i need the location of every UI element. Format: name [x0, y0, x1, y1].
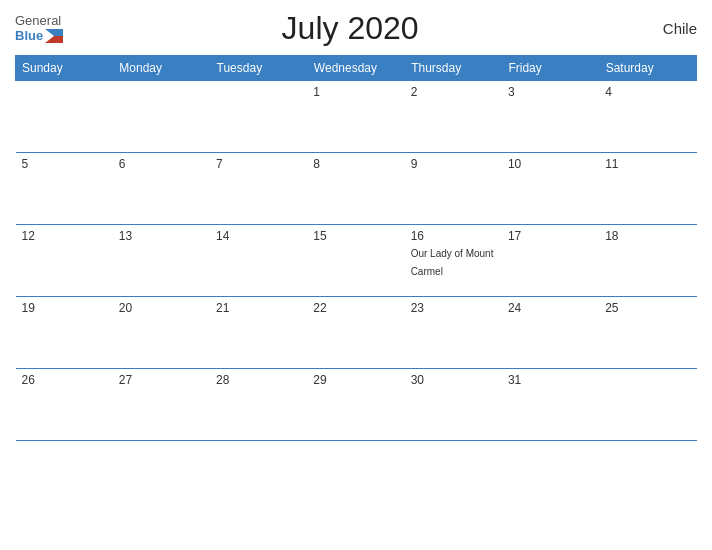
- country-label: Chile: [637, 20, 697, 37]
- calendar-cell: 14: [210, 225, 307, 297]
- calendar-cell: 25: [599, 297, 696, 369]
- day-number: 3: [508, 85, 593, 99]
- header-thursday: Thursday: [405, 56, 502, 81]
- calendar-week-row: 1213141516Our Lady of Mount Carmel1718: [16, 225, 697, 297]
- day-number: 4: [605, 85, 690, 99]
- calendar-cell: 15: [307, 225, 404, 297]
- day-number: 10: [508, 157, 593, 171]
- calendar-cell: 7: [210, 153, 307, 225]
- logo-general-text: General: [15, 14, 61, 28]
- day-number: 14: [216, 229, 301, 243]
- day-number: 22: [313, 301, 398, 315]
- day-number: 16: [411, 229, 496, 243]
- header-sunday: Sunday: [16, 56, 113, 81]
- calendar-cell: 29: [307, 369, 404, 441]
- calendar-cell: 18: [599, 225, 696, 297]
- calendar-cell: 11: [599, 153, 696, 225]
- header-row: General Blue July 2020 Chile: [15, 10, 697, 47]
- calendar-cell: [113, 81, 210, 153]
- day-number: 26: [22, 373, 107, 387]
- logo-flag-icon: [45, 29, 63, 43]
- calendar-cell: 16Our Lady of Mount Carmel: [405, 225, 502, 297]
- day-number: 11: [605, 157, 690, 171]
- day-number: 30: [411, 373, 496, 387]
- day-number: 24: [508, 301, 593, 315]
- day-number: 2: [411, 85, 496, 99]
- day-number: 1: [313, 85, 398, 99]
- calendar-cell: 17: [502, 225, 599, 297]
- day-number: 31: [508, 373, 593, 387]
- calendar-week-row: 1234: [16, 81, 697, 153]
- calendar-week-row: 262728293031: [16, 369, 697, 441]
- calendar-cell: 31: [502, 369, 599, 441]
- calendar-cell: 4: [599, 81, 696, 153]
- calendar-week-row: 19202122232425: [16, 297, 697, 369]
- days-header-row: Sunday Monday Tuesday Wednesday Thursday…: [16, 56, 697, 81]
- logo-blue-text: Blue: [15, 29, 43, 43]
- calendar-cell: 23: [405, 297, 502, 369]
- calendar-cell: 8: [307, 153, 404, 225]
- calendar-cell: 5: [16, 153, 113, 225]
- calendar-cell: 1: [307, 81, 404, 153]
- calendar-cell: 20: [113, 297, 210, 369]
- day-number: 5: [22, 157, 107, 171]
- day-number: 18: [605, 229, 690, 243]
- day-number: 9: [411, 157, 496, 171]
- day-number: 17: [508, 229, 593, 243]
- day-number: 6: [119, 157, 204, 171]
- calendar-cell: 13: [113, 225, 210, 297]
- calendar-cell: 10: [502, 153, 599, 225]
- day-number: 20: [119, 301, 204, 315]
- event-text: Our Lady of Mount Carmel: [411, 248, 494, 277]
- calendar-cell: 2: [405, 81, 502, 153]
- day-number: 7: [216, 157, 301, 171]
- calendar-cell: [210, 81, 307, 153]
- day-number: 29: [313, 373, 398, 387]
- calendar-container: General Blue July 2020 Chile Sunday Mond…: [0, 0, 712, 550]
- day-number: 15: [313, 229, 398, 243]
- header-saturday: Saturday: [599, 56, 696, 81]
- day-number: 13: [119, 229, 204, 243]
- calendar-cell: 6: [113, 153, 210, 225]
- calendar-cell: 22: [307, 297, 404, 369]
- calendar-cell: 19: [16, 297, 113, 369]
- calendar-title: July 2020: [63, 10, 637, 47]
- day-number: 19: [22, 301, 107, 315]
- calendar-cell: 26: [16, 369, 113, 441]
- empty-cell: [16, 81, 113, 153]
- calendar-cell: 24: [502, 297, 599, 369]
- day-number: 25: [605, 301, 690, 315]
- header-tuesday: Tuesday: [210, 56, 307, 81]
- calendar-cell: 28: [210, 369, 307, 441]
- header-monday: Monday: [113, 56, 210, 81]
- logo: General Blue: [15, 14, 63, 43]
- calendar-cell: 3: [502, 81, 599, 153]
- day-number: 28: [216, 373, 301, 387]
- calendar-cell: 9: [405, 153, 502, 225]
- day-number: 27: [119, 373, 204, 387]
- day-number: 21: [216, 301, 301, 315]
- calendar-grid: Sunday Monday Tuesday Wednesday Thursday…: [15, 55, 697, 441]
- calendar-cell: [599, 369, 696, 441]
- calendar-week-row: 567891011: [16, 153, 697, 225]
- calendar-cell: 12: [16, 225, 113, 297]
- calendar-cell: 30: [405, 369, 502, 441]
- header-friday: Friday: [502, 56, 599, 81]
- header-wednesday: Wednesday: [307, 56, 404, 81]
- calendar-cell: 21: [210, 297, 307, 369]
- day-number: 8: [313, 157, 398, 171]
- calendar-cell: 27: [113, 369, 210, 441]
- day-number: 23: [411, 301, 496, 315]
- day-number: 12: [22, 229, 107, 243]
